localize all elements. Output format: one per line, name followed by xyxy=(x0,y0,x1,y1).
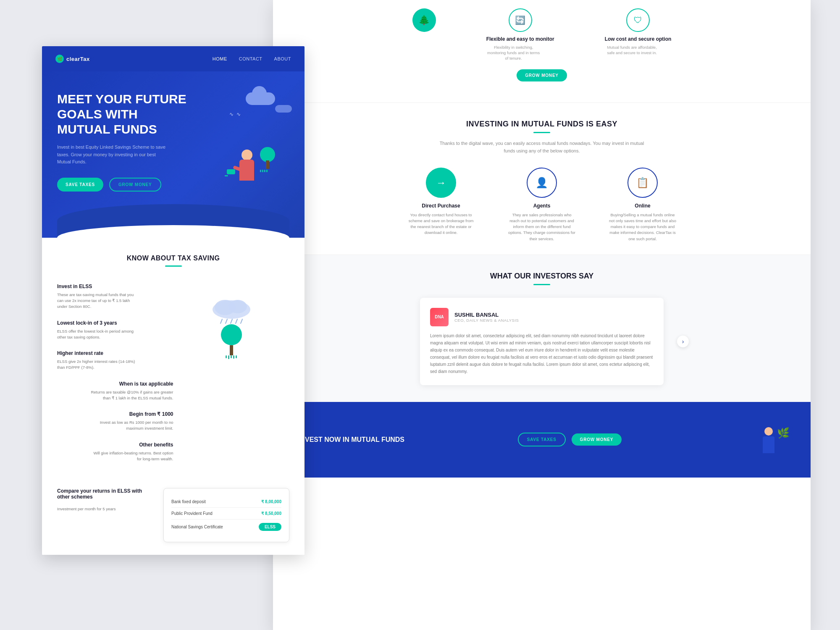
compare-label-2: Public Provident Fund xyxy=(171,511,213,516)
left-page: 🌿 clearTax HOME CONTACT ABOUT MEET YOUR … xyxy=(42,46,304,555)
svg-line-3 xyxy=(220,319,222,323)
method-direct: → Direct Purchase You directly contact f… xyxy=(407,168,475,242)
flexible-title: Flexible and easy to monitor xyxy=(486,36,554,43)
compare-section: Compare your returns in ELSS with other … xyxy=(42,480,304,555)
nav-contact[interactable]: CONTACT xyxy=(239,56,262,61)
tax-item-2: When is tax applicable Returns are taxab… xyxy=(57,376,173,407)
tax-item-title-3: Lowest lock-in of 3 years xyxy=(57,320,173,326)
tax-item-4: Begin from ₹ 1000 Invest as low as Rs 10… xyxy=(57,406,173,437)
agents-icon: 👤 xyxy=(527,168,557,198)
online-icon: 📋 xyxy=(627,168,658,198)
tax-illustration xyxy=(173,278,290,376)
tax-item-desc-4: Invest as low as Rs 1000 per month to no… xyxy=(89,420,173,432)
tax-tree xyxy=(221,324,242,359)
compare-subtitle: Investment per month for 5 years xyxy=(57,507,151,511)
tax-item-desc-3: ELSS offer the lowest lock-in period amo… xyxy=(57,328,141,341)
tax-item-3: Lowest lock-in of 3 years ELSS offer the… xyxy=(57,315,173,346)
feature-icons-row: 🌲 🔄 Flexible and easy to monitor Flexibi… xyxy=(298,0,785,65)
agents-desc: They are sales professionals who reach o… xyxy=(508,212,575,242)
investors-underline xyxy=(533,284,550,285)
tax-item-title-1: Invest in ELSS xyxy=(57,284,173,289)
cta-text: INVEST NOW IN MUTUAL FUNDS xyxy=(298,436,404,444)
grow-money-btn-right[interactable]: GROW MONEY xyxy=(517,69,567,81)
feature-icon-secure: 🛡 Low cost and secure option Mutual fund… xyxy=(605,8,672,61)
cta-grow-money-btn[interactable]: GROW MONEY xyxy=(572,433,622,446)
feature-tree: 🌲 xyxy=(412,8,436,61)
nav-links: HOME CONTACT ABOUT xyxy=(213,56,291,61)
compare-value-2: ₹ 8,50,000 xyxy=(261,511,281,516)
tax-item-title-6: Other benefits xyxy=(57,442,173,448)
method-online: 📋 Online Buying/Selling a mutual funds o… xyxy=(609,168,676,242)
compare-left: Compare your returns in ELSS with other … xyxy=(57,488,151,517)
tax-item-desc-5: ELSS give 2x higher interest rates (14-1… xyxy=(57,359,141,371)
hero-section: MEET YOUR FUTURE GOALS WITH MUTUAL FUNDS… xyxy=(42,71,304,238)
tax-section: KNOW ABOUT TAX SAVING Invest in ELSS The… xyxy=(42,238,304,480)
tax-item-5: Higher interest rate ELSS give 2x higher… xyxy=(57,345,173,376)
compare-elss-badge: ELSS xyxy=(259,523,281,531)
testimonial-role: CEO, DAILY NEWS & ANALYSIS xyxy=(454,318,519,323)
investors-section: WHAT OUR INVESTORS SAY DNA SUSHIL BANSAL… xyxy=(273,255,811,402)
nav-about[interactable]: ABOUT xyxy=(274,56,291,61)
secure-title: Low cost and secure option xyxy=(605,36,672,43)
cta-buttons: SAVE TAXES GROW MONEY xyxy=(518,433,622,446)
rain-cloud-svg xyxy=(206,295,257,324)
right-top: 🌲 🔄 Flexible and easy to monitor Flexibi… xyxy=(273,0,811,103)
methods-row: → Direct Purchase You directly contact f… xyxy=(298,168,785,242)
svg-line-4 xyxy=(226,319,227,323)
logo: 🌿 clearTax xyxy=(55,55,90,63)
nav-home[interactable]: HOME xyxy=(213,56,227,61)
save-taxes-button[interactable]: SAVE TAXES xyxy=(57,178,103,192)
svg-line-6 xyxy=(236,319,237,323)
investing-underline xyxy=(533,132,550,133)
secure-desc: Mutual funds are affordable, safe and se… xyxy=(605,45,659,56)
tax-grid: Invest in ELSS These are tax-saving mutu… xyxy=(57,278,289,467)
compare-title: Compare your returns in ELSS with other … xyxy=(57,488,151,500)
hero-content: MEET YOUR FUTURE GOALS WITH MUTUAL FUNDS… xyxy=(57,92,289,192)
compare-value-1: ₹ 8,00,000 xyxy=(261,499,281,504)
bottom-cta: INVEST NOW IN MUTUAL FUNDS SAVE TAXES GR… xyxy=(273,402,811,478)
compare-row-2: Public Provident Fund ₹ 8,50,000 xyxy=(171,508,281,520)
online-desc: Buying/Selling a mutual funds online not… xyxy=(609,212,676,242)
logo-text: clearTax xyxy=(66,56,90,62)
tax-item-desc-1: These are tax-saving mutual funds that y… xyxy=(57,292,141,310)
testimonial-next-arrow[interactable]: › xyxy=(677,336,689,347)
direct-title: Direct Purchase xyxy=(407,203,475,209)
compare-label-3: National Savings Certificate xyxy=(171,525,223,529)
grow-btn-center: GROW MONEY xyxy=(298,65,785,90)
right-page: 🌲 🔄 Flexible and easy to monitor Flexibi… xyxy=(273,0,811,630)
investing-title: INVESTING IN MUTUAL FUNDS IS EASY xyxy=(298,120,785,129)
tax-item-title-2: When is tax applicable xyxy=(57,381,173,387)
flexible-desc: Flexibility in switching, monitoring fun… xyxy=(486,45,541,61)
navbar: 🌿 clearTax HOME CONTACT ABOUT xyxy=(42,46,304,71)
testimonial-info: SUSHIL BANSAL CEO, DAILY NEWS & ANALYSIS xyxy=(454,312,519,323)
compare-row-3: National Savings Certificate ELSS xyxy=(171,520,281,534)
direct-desc: You directly contact fund houses to sche… xyxy=(407,212,475,236)
method-agents: 👤 Agents They are sales professionals wh… xyxy=(508,168,575,242)
hero-title: MEET YOUR FUTURE GOALS WITH MUTUAL FUNDS xyxy=(57,92,192,137)
compare-label-1: Bank fixed deposit xyxy=(171,499,206,504)
investors-title: WHAT OUR INVESTORS SAY xyxy=(298,272,785,281)
agents-title: Agents xyxy=(508,203,575,209)
tax-item-title-5: Higher interest rate xyxy=(57,350,173,356)
svg-line-7 xyxy=(241,319,242,323)
tax-items-left: Invest in ELSS These are tax-saving mutu… xyxy=(57,278,173,376)
testimonial-name: SUSHIL BANSAL xyxy=(454,312,519,318)
compare-row-1: Bank fixed deposit ₹ 8,00,000 xyxy=(171,496,281,508)
compare-card: Bank fixed deposit ₹ 8,00,000 Public Pro… xyxy=(163,488,289,542)
cta-character: 🌿 xyxy=(756,427,781,461)
testimonial-wrapper: DNA SUSHIL BANSAL CEO, DAILY NEWS & ANAL… xyxy=(407,298,676,385)
tax-section-title: KNOW ABOUT TAX SAVING xyxy=(57,255,289,262)
tax-item-1: Invest in ELSS These are tax-saving mutu… xyxy=(57,278,173,315)
testimonial-header: DNA SUSHIL BANSAL CEO, DAILY NEWS & ANAL… xyxy=(430,308,654,326)
section-underline xyxy=(165,265,182,267)
grow-money-button[interactable]: GROW MONEY xyxy=(109,178,161,192)
online-title: Online xyxy=(609,203,676,209)
investing-section: INVESTING IN MUTUAL FUNDS IS EASY Thanks… xyxy=(273,103,811,255)
tree-feature-icon: 🌲 xyxy=(412,8,436,32)
tax-item-desc-6: Will give inflation-beating returns. Bes… xyxy=(89,450,173,462)
cta-save-taxes-btn[interactable]: SAVE TAXES xyxy=(518,433,566,446)
tax-item-desc-2: Returns are taxable @10% if gains are gr… xyxy=(89,389,173,402)
direct-icon: → xyxy=(426,168,456,198)
hero-buttons: SAVE TAXES GROW MONEY xyxy=(57,178,289,192)
secure-icon: 🛡 xyxy=(626,8,650,32)
